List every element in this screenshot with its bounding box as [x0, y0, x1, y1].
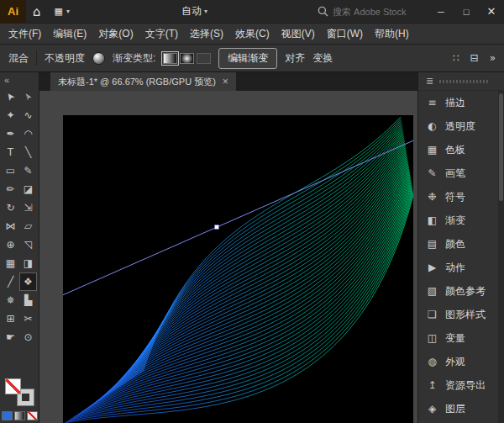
panel-button-stroke[interactable]: ≡描边 — [418, 91, 504, 114]
column-graph-tool[interactable]: ▙ — [19, 291, 37, 309]
swatch-grid-icon[interactable]: ∷ — [453, 52, 459, 64]
align-label[interactable]: 对齐 — [285, 51, 305, 66]
dock-scrollbar[interactable] — [498, 91, 504, 423]
menu-item-edit[interactable]: 编辑(E) — [47, 27, 92, 41]
type-tool[interactable]: T — [2, 143, 19, 161]
pen-tool[interactable]: ✒ — [2, 124, 19, 143]
search-input[interactable] — [333, 7, 423, 17]
chevron-down-icon: ▾ — [66, 8, 70, 15]
panel-label: 透明度 — [445, 119, 475, 134]
mesh-tool[interactable]: ▦ — [2, 254, 19, 272]
menu-item-window[interactable]: 窗口(W) — [321, 27, 369, 41]
selection-tool[interactable]: ➤ — [2, 87, 19, 106]
panel-button-layers[interactable]: ◈图层 — [418, 397, 504, 420]
stroke-icon: ≡ — [426, 97, 438, 108]
workspace-switcher[interactable]: ▦ ▾ — [48, 0, 76, 23]
color-button[interactable] — [2, 411, 13, 420]
auto-dropdown[interactable]: 自动 ▾ — [175, 0, 214, 23]
panel-button-variables[interactable]: ◫变量 — [418, 326, 504, 350]
width-tool[interactable]: ⋈ — [2, 217, 19, 235]
menu-item-help[interactable]: 帮助(H) — [369, 27, 415, 41]
transparency-icon: ◐ — [426, 120, 438, 132]
edit-gradient-button[interactable]: 编辑渐变 — [218, 48, 277, 69]
panel-button-brushes[interactable]: ✎画笔 — [418, 161, 504, 185]
canvas[interactable] — [39, 91, 417, 423]
panel-button-graphic-styles[interactable]: ❏图形样式 — [418, 303, 504, 326]
maximize-button[interactable]: □ — [454, 0, 479, 23]
dock-drag-handle[interactable] — [439, 80, 489, 83]
eyedropper-tool[interactable]: ╱ — [2, 272, 19, 291]
home-button[interactable]: ⌂ — [26, 0, 48, 23]
paintbrush-tool-icon: ✎ — [24, 166, 32, 176]
free-transform-tool[interactable]: ▱ — [19, 217, 37, 235]
menu-item-effect[interactable]: 效果(C) — [229, 27, 276, 41]
direct-selection-tool[interactable]: ➢ — [19, 87, 37, 106]
zoom-tool[interactable]: ⊙ — [19, 328, 37, 346]
swatches-icon: ▦ — [426, 144, 438, 156]
anchor-point[interactable] — [215, 225, 219, 230]
pencil-tool-icon: ✏ — [6, 184, 14, 194]
rectangle-tool[interactable]: ▭ — [2, 161, 19, 180]
rotate-tool[interactable]: ↻ — [2, 198, 19, 217]
none-button[interactable] — [27, 411, 38, 420]
panel-label: 动作 — [445, 261, 465, 275]
perspective-grid-tool[interactable]: ◹ — [19, 235, 37, 254]
gradient-ball-icon[interactable] — [92, 52, 105, 65]
tools-collapse-button[interactable]: « — [0, 72, 39, 87]
panel-button-swatches[interactable]: ▦色板 — [418, 138, 504, 161]
paintbrush-tool[interactable]: ✎ — [19, 161, 37, 180]
menu-item-file[interactable]: 文件(F) — [3, 27, 47, 41]
panel-button-asset-export[interactable]: ↥资源导出 — [418, 373, 504, 397]
menu-item-view[interactable]: 视图(V) — [276, 27, 321, 41]
gradient-button[interactable] — [14, 411, 25, 420]
hand-tool[interactable]: ☛ — [2, 328, 19, 346]
opacity-label[interactable]: 不透明度 — [45, 51, 85, 66]
panel-button-symbols[interactable]: ❉符号 — [418, 185, 504, 209]
panel-dock-icon[interactable]: ⊟ — [470, 52, 479, 64]
panel-button-color-guide[interactable]: ▧颜色参考 — [418, 279, 504, 303]
artboard-tool[interactable]: ⊞ — [2, 309, 19, 328]
dock-scrollbar-thumb[interactable] — [499, 93, 503, 201]
dock-header[interactable]: ≣ — [418, 72, 504, 91]
radial-gradient-button[interactable] — [180, 53, 194, 64]
blend-tool[interactable]: ❖ — [19, 272, 37, 291]
slice-tool[interactable]: ✂ — [19, 309, 37, 328]
menu-item-select[interactable]: 选择(S) — [184, 27, 229, 41]
canvas-svg — [39, 91, 417, 423]
close-button[interactable]: ✕ — [479, 0, 504, 23]
panel-button-gradient[interactable]: ◧渐变 — [418, 209, 504, 232]
stock-search[interactable] — [312, 0, 428, 23]
scale-tool[interactable]: ⇲ — [19, 198, 37, 217]
linear-gradient-button[interactable] — [163, 53, 177, 64]
menu-item-object[interactable]: 对象(O) — [92, 27, 139, 41]
freeform-gradient-button[interactable] — [197, 53, 211, 64]
eraser-tool-icon: ◪ — [24, 184, 33, 194]
gradient-tool[interactable]: ◨ — [19, 254, 37, 272]
transform-label[interactable]: 变换 — [312, 51, 333, 66]
control-bar: 混合 不透明度 渐变类型: 编辑渐变 对齐 变换 ∷⊟» — [0, 44, 504, 72]
minimize-button[interactable]: ─ — [428, 0, 454, 23]
column-graph-tool-icon: ▙ — [24, 295, 32, 305]
symbol-sprayer-tool[interactable]: ✵ — [2, 291, 19, 309]
panel-button-actions[interactable]: ▶动作 — [418, 256, 504, 279]
pencil-tool[interactable]: ✏ — [2, 180, 19, 198]
lasso-tool[interactable]: ∿ — [19, 106, 37, 124]
panel-label: 变量 — [445, 331, 465, 346]
tab-close-icon[interactable]: × — [223, 76, 228, 87]
panel-button-transparency[interactable]: ◐透明度 — [418, 114, 504, 138]
actions-icon: ▶ — [426, 262, 438, 273]
menu-item-type[interactable]: 文字(T) — [139, 27, 184, 41]
curvature-tool[interactable]: ◠ — [19, 124, 37, 143]
panel-button-color[interactable]: ▤颜色 — [418, 232, 504, 256]
panel-button-appearance[interactable]: ◍外观 — [418, 350, 504, 373]
graphic-styles-icon: ❏ — [426, 309, 438, 320]
document-tab[interactable]: 未标题-1* @ 66.67% (RGB/GPU 预览) × — [50, 72, 236, 91]
shape-builder-tool[interactable]: ⊕ — [2, 235, 19, 254]
fill-swatch-none[interactable] — [5, 378, 21, 394]
magic-wand-tool[interactable]: ✦ — [2, 106, 19, 124]
symbol-sprayer-tool-icon: ✵ — [6, 295, 14, 305]
eraser-tool[interactable]: ◪ — [19, 180, 37, 198]
overflow-chevron-icon[interactable]: » — [490, 52, 496, 64]
line-segment-tool[interactable]: ╲ — [19, 143, 37, 161]
slice-tool-icon: ✂ — [24, 314, 32, 324]
